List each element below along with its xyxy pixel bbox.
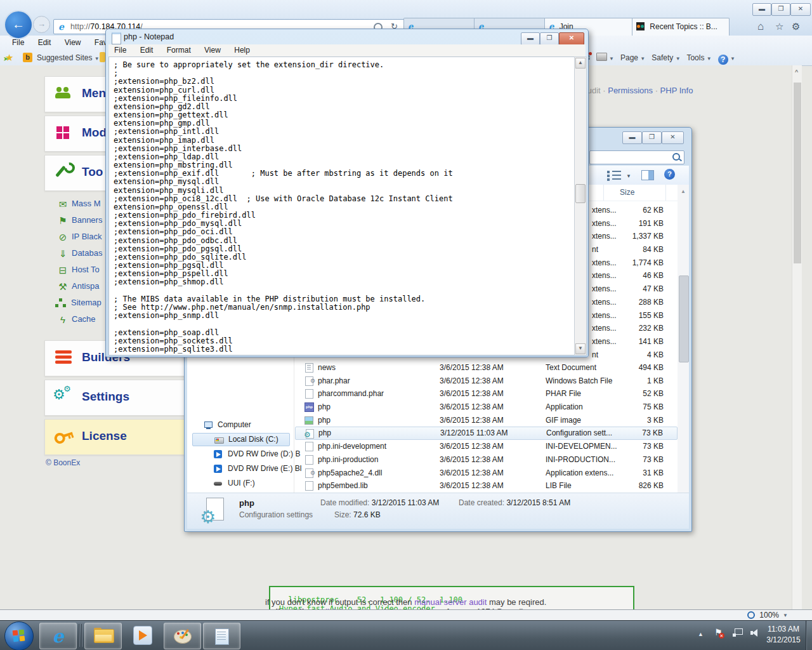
explorer-maximize-button[interactable]: ❐ xyxy=(642,131,662,144)
scroll-down-icon[interactable]: ▼ xyxy=(575,343,586,354)
taskbar-explorer-button[interactable] xyxy=(84,623,122,649)
tray-expand-icon[interactable]: ▲ xyxy=(698,631,704,637)
notepad-menu-edit[interactable]: Edit xyxy=(134,44,159,56)
file-date: 3/6/2015 12:38 AM xyxy=(440,453,541,467)
views-dropdown-icon[interactable]: ▼ xyxy=(626,173,631,179)
nav-item[interactable]: DVD RW Drive (E:) Bl xyxy=(192,462,292,475)
tools-menu-button[interactable]: Tools ▼ xyxy=(686,53,711,62)
notepad-window[interactable]: php - Notepad ▬ ❐ ✕ File Edit Format Vie… xyxy=(105,29,589,357)
notepad-text-area[interactable]: ; Be sure to appropriately set the exten… xyxy=(108,56,575,355)
media-player-icon xyxy=(133,626,152,645)
notepad-maximize-button[interactable]: ❐ xyxy=(540,32,559,45)
safety-menu-button[interactable]: Safety ▼ xyxy=(652,53,680,62)
nav-item-icon xyxy=(214,479,225,488)
notepad-menu-view[interactable]: View xyxy=(199,44,226,56)
notepad-menu-help[interactable]: Help xyxy=(228,44,256,56)
views-lines-icon[interactable] xyxy=(612,171,621,172)
taskbar-clock[interactable]: 11:03 AM 3/12/2015 xyxy=(764,624,802,646)
home-icon[interactable]: ⌂ xyxy=(757,20,764,33)
table-row[interactable]: php 3/12/2015 11:03 AM Configuration set… xyxy=(295,427,678,440)
browser-close-button[interactable]: ✕ xyxy=(790,3,811,16)
show-desktop-button[interactable] xyxy=(806,621,812,650)
scroll-up-icon[interactable]: ▲ xyxy=(575,58,586,69)
file-name: php xyxy=(318,414,435,427)
table-row[interactable]: php5apache2_4.dll 3/6/2015 12:38 AM Appl… xyxy=(295,467,678,480)
scroll-thumb[interactable] xyxy=(679,275,689,362)
suggested-sites-button[interactable]: Suggested Sites ▼ xyxy=(37,51,100,65)
views-list-icon[interactable] xyxy=(607,171,610,173)
notepad-close-button[interactable]: ✕ xyxy=(559,32,584,45)
table-row[interactable]: php 3/6/2015 12:38 AM Application 75 KB xyxy=(295,401,678,414)
explorer-minimize-button[interactable]: ▬ xyxy=(622,131,642,144)
file-name: phar.phar xyxy=(318,375,435,388)
file-icon xyxy=(304,442,314,451)
help-icon[interactable]: ? xyxy=(718,55,728,65)
notepad-minimize-button[interactable]: ▬ xyxy=(521,32,540,45)
file-type-fragment: nt xyxy=(592,243,598,256)
taskbar-wmp-button[interactable] xyxy=(124,623,160,648)
taskbar-ie-button[interactable]: e xyxy=(39,623,77,649)
scroll-thumb[interactable] xyxy=(794,83,801,263)
nav-item[interactable]: Computer xyxy=(192,418,292,432)
table-row[interactable]: php 3/6/2015 12:38 AM GIF image 3 KB xyxy=(295,414,678,427)
explorer-search-input[interactable] xyxy=(589,150,684,164)
help-icon[interactable]: ? xyxy=(664,169,675,180)
web-slice-icon[interactable] xyxy=(100,52,105,62)
menu-view[interactable]: View xyxy=(59,37,87,49)
tab-recent-topics[interactable]: Recent Topics :: B... xyxy=(632,18,730,36)
menu-edit[interactable]: Edit xyxy=(32,37,57,49)
taskbar-paint-button[interactable] xyxy=(164,623,201,649)
sidebar-item-settings[interactable]: ⚙⚙ Settings xyxy=(44,380,190,416)
back-button[interactable]: ← xyxy=(4,10,33,39)
favorites-star-icon[interactable]: ☆ xyxy=(775,21,783,32)
scroll-up-icon[interactable]: ▲ xyxy=(681,189,686,194)
table-row[interactable]: php.ini-production 3/6/2015 12:38 AM INI… xyxy=(295,453,678,467)
help-dropdown-icon[interactable]: ▼ xyxy=(730,56,735,62)
table-row[interactable]: php.ini-development 3/6/2015 12:38 AM IN… xyxy=(295,440,678,453)
zoom-dropdown-icon[interactable]: ▼ xyxy=(783,613,788,618)
explorer-close-button[interactable]: ✕ xyxy=(662,131,684,144)
sidebar-item-license[interactable]: License xyxy=(44,419,190,455)
notepad-scrollbar[interactable]: ▲ ▼ xyxy=(574,56,587,355)
tool-item-icon: ⚑ xyxy=(56,214,70,227)
browser-minimize-button[interactable]: ▬ xyxy=(752,3,771,16)
file-size: 75 KB xyxy=(613,401,664,414)
taskbar-notepad-button[interactable] xyxy=(203,623,240,649)
manual-server-audit-link[interactable]: manual server audit xyxy=(414,597,487,607)
page-scrollbar[interactable]: ^ xyxy=(792,65,802,609)
browser-restore-button[interactable]: ❐ xyxy=(771,3,790,16)
start-button[interactable] xyxy=(4,621,34,650)
nav-item[interactable]: DVD RW Drive (D:) B xyxy=(192,448,292,461)
permissions-link[interactable]: Permissions xyxy=(608,86,653,95)
file-size: 46 KB xyxy=(613,269,664,282)
nav-item-label: UUI (F:) xyxy=(228,479,255,488)
preview-pane-icon[interactable] xyxy=(641,170,654,180)
nav-item[interactable]: UUI (F:) xyxy=(192,477,292,490)
print-icon[interactable] xyxy=(596,53,607,61)
notepad-menu-file[interactable]: File xyxy=(108,44,132,56)
forward-button[interactable]: → xyxy=(33,16,50,33)
network-icon[interactable] xyxy=(733,628,743,637)
table-row[interactable]: news 3/6/2015 12:38 AM Text Document 494… xyxy=(295,361,678,375)
print-dropdown-icon[interactable]: ▼ xyxy=(609,56,614,62)
bing-icon[interactable]: b xyxy=(23,53,32,62)
settings-gear-icon[interactable]: ⚙ xyxy=(792,21,800,32)
speaker-icon[interactable] xyxy=(750,628,761,637)
table-row[interactable]: php5embed.lib 3/6/2015 12:38 AM LIB File… xyxy=(295,479,678,493)
size-column-header[interactable]: Size xyxy=(620,188,634,197)
zoom-level[interactable]: 100% xyxy=(759,611,779,620)
table-row[interactable]: pharcommand.phar 3/6/2015 12:38 AM PHAR … xyxy=(295,387,678,401)
scroll-thumb[interactable] xyxy=(575,184,586,203)
action-center-flag-icon[interactable]: ⚑✕ xyxy=(714,627,723,637)
scroll-up-icon[interactable]: ^ xyxy=(795,69,798,75)
page-menu-button[interactable]: Page ▼ xyxy=(620,53,645,62)
zoom-magnifier-icon[interactable] xyxy=(747,611,755,619)
php-info-link[interactable]: PHP Info xyxy=(660,86,693,95)
menu-file[interactable]: File xyxy=(6,37,30,49)
list-scrollbar[interactable]: ▲ xyxy=(678,185,689,493)
nav-item[interactable]: Local Disk (C:) xyxy=(192,433,290,446)
notepad-menu-format[interactable]: Format xyxy=(161,44,197,56)
tool-item-icon xyxy=(59,298,62,302)
add-favorite-star-icon[interactable]: ★➤ xyxy=(5,52,13,63)
table-row[interactable]: phar.phar 3/6/2015 12:38 AM Windows Batc… xyxy=(295,375,678,388)
